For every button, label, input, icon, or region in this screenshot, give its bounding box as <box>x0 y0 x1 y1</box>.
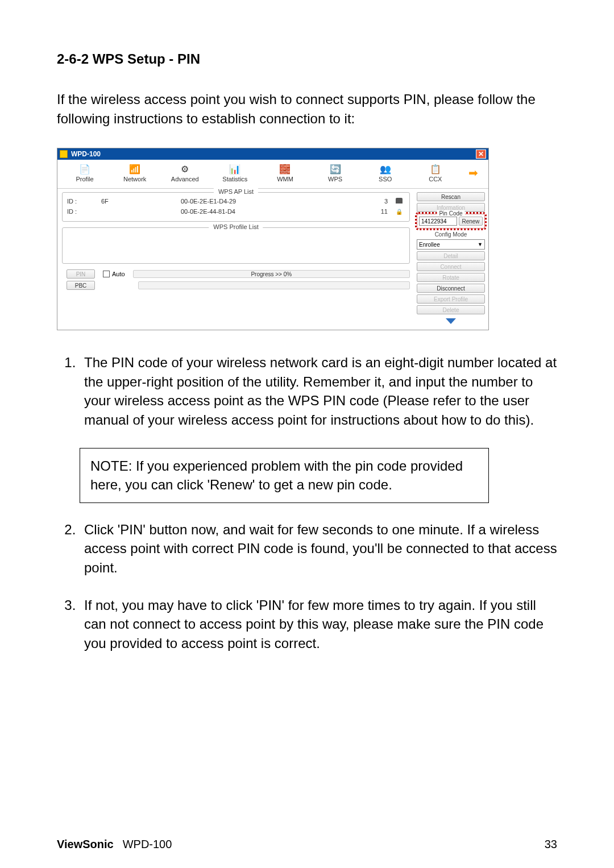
pbc-button[interactable]: PBC <box>67 281 95 290</box>
delete-button[interactable]: Delete <box>417 305 485 314</box>
group-legend: WPS Profile List <box>209 223 263 230</box>
rotate-button[interactable]: Rotate <box>417 273 485 282</box>
tab-label: Advanced <box>171 176 199 182</box>
step-1: The PIN code of your wireless network ca… <box>80 353 557 429</box>
tab-profile[interactable]: Profile <box>68 163 102 182</box>
tab-label: Profile <box>76 176 93 182</box>
step-2: Click 'PIN' button now, and wait for few… <box>80 520 557 578</box>
pin-button[interactable]: PIN <box>67 269 95 279</box>
advanced-icon <box>178 163 192 175</box>
tab-label: WPS <box>328 176 342 182</box>
config-mode-select[interactable]: Enrollee ▼ <box>417 239 485 250</box>
ap-channel: 3 <box>371 198 393 205</box>
tab-wps[interactable]: WPS <box>318 163 352 182</box>
export-profile-button[interactable]: Export Profile <box>417 294 485 304</box>
wmm-icon <box>278 163 292 175</box>
tab-label: Statistics <box>222 176 247 182</box>
ap-mac: 00-0E-2E-44-81-D4 <box>181 208 371 215</box>
tab-sso[interactable]: SSO <box>368 163 403 182</box>
sso-icon <box>379 163 392 175</box>
window-title: WPD-100 <box>71 150 101 158</box>
pin-code-legend: Pin Code <box>437 210 464 217</box>
note-box: NOTE: If you experienced problem with th… <box>80 448 489 503</box>
detail-button[interactable]: Detail <box>417 251 485 260</box>
config-mode-label: Config Mode <box>417 231 485 238</box>
expand-down-icon[interactable] <box>446 318 456 324</box>
disconnect-button[interactable]: Disconnect <box>417 284 485 293</box>
ap-id-label: ID : <box>67 208 101 215</box>
window-titlebar: WPD-100 ✕ <box>57 148 488 160</box>
wps-ap-list-group: WPS AP List ID : 6F 00-0E-2E-E1-D4-29 3 … <box>62 192 410 222</box>
tab-label: CCX <box>429 176 442 182</box>
checkbox-icon <box>103 271 110 277</box>
tab-statistics[interactable]: Statistics <box>218 163 252 182</box>
tab-label: SSO <box>379 176 392 182</box>
statistics-icon <box>228 163 242 175</box>
app-icon <box>60 150 68 158</box>
ap-name: 6F <box>101 198 181 205</box>
ccx-icon <box>429 163 442 175</box>
ap-mac: 00-0E-2E-E1-D4-29 <box>181 198 371 205</box>
wps-profile-list-group: WPS Profile List <box>62 227 410 264</box>
footer-brand: ViewSonic <box>57 838 114 851</box>
lock-icon <box>393 208 405 215</box>
intro-paragraph: If the wireless access point you wish to… <box>57 90 557 128</box>
profile-list-body <box>67 231 405 259</box>
status-bar <box>138 281 410 289</box>
page-number: 33 <box>545 838 557 851</box>
steps-list-cont: Click 'PIN' button now, and wait for few… <box>57 520 557 653</box>
side-panel: Rescan Information Pin Code 14122934 Ren… <box>414 189 488 330</box>
step-3: If not, you may have to click 'PIN' for … <box>80 596 557 653</box>
connect-button[interactable]: Connect <box>417 262 485 271</box>
progress-bar: Progress >> 0% <box>133 270 410 278</box>
page-footer: ViewSonic WPD-100 33 <box>57 838 557 851</box>
ap-channel: 11 <box>371 208 393 215</box>
renew-button[interactable]: Renew <box>459 217 483 226</box>
ap-list-row[interactable]: ID : 00-0E-2E-44-81-D4 11 <box>67 206 405 217</box>
tabs-next-icon[interactable]: ➡ <box>468 166 478 180</box>
pin-code-field[interactable]: 14122934 <box>419 217 457 226</box>
auto-label: Auto <box>112 271 125 277</box>
select-value: Enrollee <box>419 242 440 248</box>
tab-bar: Profile Network Advanced Statistics WMM … <box>57 160 488 189</box>
auto-checkbox[interactable]: Auto <box>103 271 125 277</box>
steps-list: The PIN code of your wireless network ca… <box>57 353 557 429</box>
tab-label: Network <box>123 176 146 182</box>
ap-id-label: ID : <box>67 198 101 205</box>
signal-icon <box>393 198 405 205</box>
profile-icon <box>78 163 92 175</box>
group-legend: WPS AP List <box>214 188 258 195</box>
tab-advanced[interactable]: Advanced <box>168 163 202 182</box>
rescan-button[interactable]: Rescan <box>417 192 485 201</box>
ap-list-row[interactable]: ID : 6F 00-0E-2E-E1-D4-29 3 <box>67 196 405 206</box>
app-window: WPD-100 ✕ Profile Network Advanced Stati… <box>57 148 489 330</box>
tab-ccx[interactable]: CCX <box>418 163 453 182</box>
tab-label: WMM <box>277 176 293 182</box>
tab-network[interactable]: Network <box>118 163 152 182</box>
section-heading: 2-6-2 WPS Setup - PIN <box>57 51 557 67</box>
tab-wmm[interactable]: WMM <box>268 163 302 182</box>
footer-model: WPD-100 <box>123 838 172 851</box>
pin-code-group: Pin Code 14122934 Renew <box>417 214 485 229</box>
close-icon[interactable]: ✕ <box>476 149 486 159</box>
chevron-down-icon: ▼ <box>478 242 483 247</box>
wps-icon <box>329 163 342 175</box>
network-icon <box>128 163 142 175</box>
